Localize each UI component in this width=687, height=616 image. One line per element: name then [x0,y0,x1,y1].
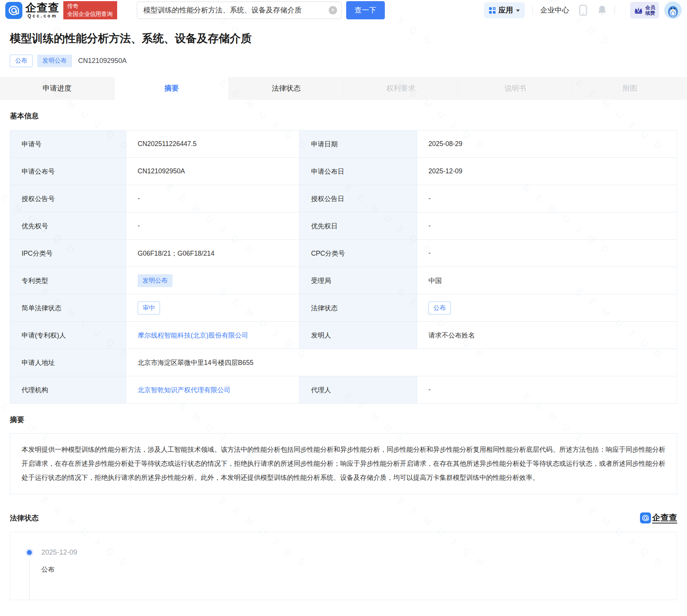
mobile-app-icon[interactable] [579,5,587,16]
header-nav: 应用 企业中心 会员 续费 [484,2,682,19]
patent-header: 模型训练的性能分析方法、系统、设备及存储介质 公布 发明公布 CN1210929… [0,31,687,67]
legal-status-badge: 公布 [428,302,451,314]
qcc-watermark-text: 企查查 [652,513,677,523]
qcc-watermark-logo: 企查查 [640,512,677,523]
abstract-section: 摘要 本发明提供一种模型训练的性能分析方法，涉及人工智能技术领域。该方法中的性能… [0,415,687,494]
simple-legal-status-badge: 审中 [138,302,160,314]
field-value: 北京智乾知识产权代理有限公司 [126,376,300,404]
qcc-logo-icon [640,512,651,523]
field-value: - [417,376,677,404]
basic-info-table: 申请号 CN202511226447.5 申请日期 2025-08-29 申请公… [10,130,677,404]
timeline-dot-icon [27,550,32,555]
field-label: 发明人 [300,322,417,349]
header-search-area: ✕ 查一下 [137,1,385,19]
field-value: - [126,212,300,240]
legal-status-heading: 法律状态 [10,513,39,523]
field-value: - [417,185,677,212]
divider [615,6,615,15]
vip-renew-button[interactable]: 会员 续费 [630,2,659,19]
legal-status-timeline: 2025-12-09 公布 [10,532,677,600]
vip-line2: 续费 [645,10,655,16]
table-row: 优先权号 - 优先权日 - [10,212,677,240]
field-label: 授权公告号 [10,185,126,212]
tab-legal-status[interactable]: 法律状态 [229,77,344,100]
publication-number: CN121092950A [78,57,127,65]
field-value: CN202511226447.5 [126,130,300,158]
search-input-wrap: ✕ [137,2,342,19]
tab-description: 说明书 [458,77,573,100]
legal-status-section: 法律状态 企查查 2025-12-09 公布 [0,512,687,600]
table-row: 申请公布号 CN121092950A 申请公布日 2025-12-09 [10,158,677,185]
crown-icon [634,6,643,14]
agency-company-link[interactable]: 北京智乾知识产权代理有限公司 [138,386,231,394]
field-label: 代理机构 [10,376,126,404]
legal-status-header: 法律状态 企查查 [10,512,677,523]
field-value: 中国 [417,267,677,294]
field-value: - [417,212,677,240]
table-row: 简单法律状态 审中 法律状态 公布 [10,294,677,322]
search-input[interactable] [137,2,342,19]
qcc-brand-domain: Qcc.com [28,13,58,19]
basic-info-section: 基本信息 申请号 CN202511226447.5 申请日期 2025-08-2… [0,111,687,404]
field-label: 申请公布日 [300,158,417,185]
field-label: 优先权日 [300,212,417,240]
field-value: CN121092950A [126,158,300,185]
field-label: 申请(专利权)人 [10,322,126,349]
field-value: 请求不公布姓名 [417,322,677,349]
field-label: 申请公布号 [10,158,126,185]
field-value: 审中 [126,294,300,322]
chevron-down-icon [516,9,520,14]
timeline-line [29,559,30,600]
field-label: 申请号 [10,130,126,158]
patent-tags-row: 公布 发明公布 CN121092950A [10,55,677,67]
enterprise-center-link[interactable]: 企业中心 [540,5,569,15]
page-title: 模型训练的性能分析方法、系统、设备及存储介质 [10,31,677,46]
field-value: 2025-12-09 [417,158,677,185]
user-avatar[interactable] [664,2,682,19]
table-row: 申请(专利权)人 摩尔线程智能科技(北京)股份有限公司 发明人 请求不公布姓名 [10,322,677,349]
tab-application-progress[interactable]: 申请进度 [0,77,114,100]
field-label: 申请人地址 [10,349,126,376]
field-label: 申请日期 [300,130,417,158]
applicant-company-link[interactable]: 摩尔线程智能科技(北京)股份有限公司 [138,332,248,339]
tab-abstract[interactable]: 摘要 [114,77,229,100]
field-value: G06F18/21；G06F18/214 [126,240,300,267]
field-label: 法律状态 [300,294,417,322]
table-row: 授权公告号 - 授权公告日 - [10,185,677,212]
field-value: - [126,185,300,212]
abstract-heading: 摘要 [10,415,677,425]
field-label: 专利类型 [10,267,126,294]
field-label: IPC分类号 [10,240,126,267]
apps-grid-icon [489,7,496,14]
clear-search-icon[interactable]: ✕ [329,6,337,14]
timeline-event: 公布 [41,565,677,574]
slogan-line1: 传奇 [67,2,113,10]
field-label: 优先权号 [10,212,126,240]
field-value: 2025-08-29 [417,130,677,158]
top-header: 企查查 Qcc.com 传奇 全国企业信用查询 ✕ 查一下 应用 企业中心 [0,0,687,20]
field-label: CPC分类号 [300,240,417,267]
field-label: 授权公告日 [300,185,417,212]
basic-info-heading: 基本信息 [10,111,677,121]
timeline-date: 2025-12-09 [41,548,677,556]
qcc-logo-icon [5,2,22,19]
apps-menu-button[interactable]: 应用 [484,2,525,18]
qcc-brand-name: 企查查 [25,2,60,13]
table-row: 专利类型 发明公布 受理局 中国 [10,267,677,294]
field-value: 公布 [417,294,677,322]
status-badge: 公布 [10,55,33,67]
table-row: 申请号 CN202511226447.5 申请日期 2025-08-29 [10,130,677,158]
abstract-text: 本发明提供一种模型训练的性能分析方法，涉及人工智能技术领域。该方法中的性能分析包… [10,433,677,494]
qcc-slogan-badge: 传奇 全国企业信用查询 [63,1,117,19]
timeline-item: 2025-12-09 公布 [27,548,677,600]
search-button[interactable]: 查一下 [346,1,385,19]
notifications-bell-icon[interactable] [597,5,607,16]
vip-renew-label: 会员 续费 [645,5,655,16]
table-row: IPC分类号 G06F18/21；G06F18/214 CPC分类号 - [10,240,677,267]
field-value: 摩尔线程智能科技(北京)股份有限公司 [126,322,300,349]
field-value: - [417,240,677,267]
field-label: 代理人 [300,376,417,404]
tab-drawings: 附图 [573,77,687,100]
qcc-logo[interactable]: 企查查 Qcc.com 传奇 全国企业信用查询 [5,1,117,19]
divider [532,6,533,15]
